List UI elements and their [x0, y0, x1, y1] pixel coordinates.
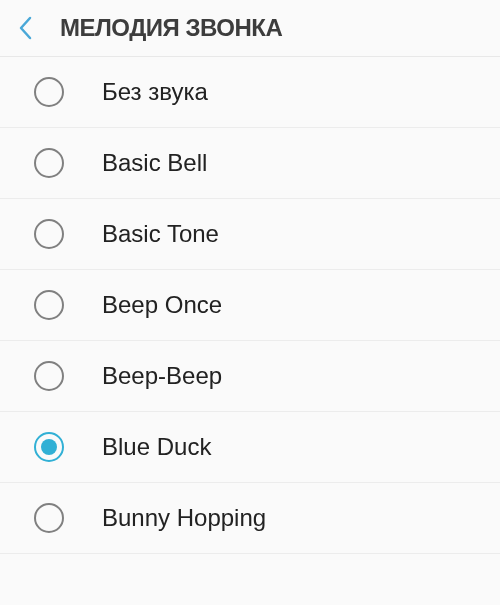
ringtone-label: Beep-Beep — [102, 362, 222, 390]
ringtone-label: Basic Bell — [102, 149, 207, 177]
radio-button[interactable] — [34, 290, 64, 320]
radio-button[interactable] — [34, 503, 64, 533]
radio-button[interactable] — [34, 432, 64, 462]
list-item[interactable]: Beep-Beep — [0, 341, 500, 412]
ringtone-label: Blue Duck — [102, 433, 211, 461]
radio-button[interactable] — [34, 77, 64, 107]
list-item[interactable]: Basic Tone — [0, 199, 500, 270]
list-item[interactable]: Beep Once — [0, 270, 500, 341]
list-item[interactable]: Bunny Hopping — [0, 483, 500, 554]
back-icon[interactable] — [12, 15, 38, 41]
ringtone-label: Bunny Hopping — [102, 504, 266, 532]
radio-button[interactable] — [34, 148, 64, 178]
header: МЕЛОДИЯ ЗВОНКА — [0, 0, 500, 57]
list-item[interactable]: Blue Duck — [0, 412, 500, 483]
radio-button[interactable] — [34, 361, 64, 391]
ringtone-label: Beep Once — [102, 291, 222, 319]
ringtone-label: Без звука — [102, 78, 208, 106]
page-title: МЕЛОДИЯ ЗВОНКА — [60, 14, 282, 42]
list-item[interactable]: Без звука — [0, 57, 500, 128]
radio-button[interactable] — [34, 219, 64, 249]
radio-selected-dot — [41, 439, 57, 455]
ringtone-label: Basic Tone — [102, 220, 219, 248]
ringtone-list: Без звукаBasic BellBasic ToneBeep OnceBe… — [0, 57, 500, 554]
list-item[interactable]: Basic Bell — [0, 128, 500, 199]
